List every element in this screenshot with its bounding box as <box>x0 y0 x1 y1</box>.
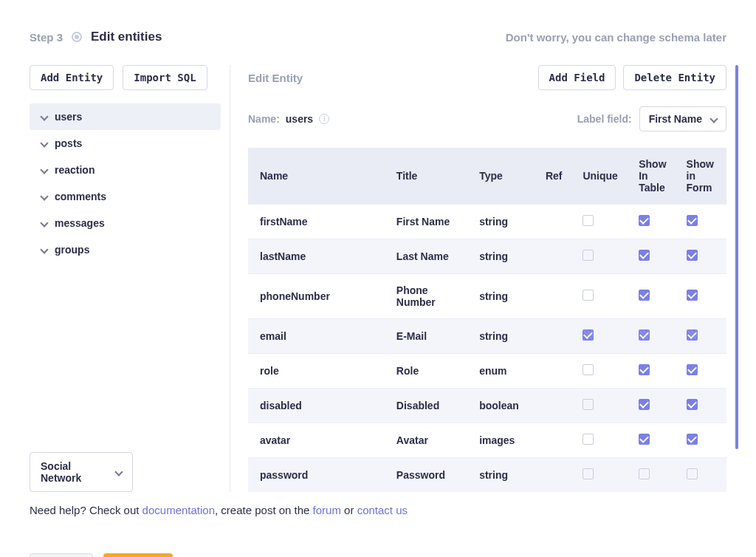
checkbox[interactable] <box>639 215 650 226</box>
label-field-value: First Name <box>649 113 702 125</box>
checkbox[interactable] <box>583 290 594 301</box>
template-select-label: Social Network <box>41 460 114 484</box>
entity-item-messages[interactable]: messages <box>30 210 221 236</box>
documentation-link[interactable]: documentation <box>142 504 215 516</box>
entity-item-reaction[interactable]: reaction <box>30 157 221 183</box>
checkbox[interactable] <box>687 468 698 479</box>
field-type: string <box>472 458 538 493</box>
field-type: boolean <box>472 389 538 423</box>
checkbox[interactable] <box>583 215 594 226</box>
checkbox[interactable] <box>583 434 594 445</box>
chevron-down-icon <box>114 468 122 476</box>
entity-name-value: users <box>286 113 313 125</box>
field-title: Role <box>389 354 472 389</box>
field-name: phoneNumber <box>248 274 389 319</box>
field-type: images <box>472 423 538 458</box>
checkbox[interactable] <box>687 329 698 341</box>
checkbox[interactable] <box>687 364 698 375</box>
checkbox[interactable] <box>583 364 594 375</box>
col-unique: Unique <box>575 148 631 205</box>
entity-item-label: reaction <box>55 164 94 176</box>
checkbox[interactable] <box>687 290 698 301</box>
entity-item-groups[interactable]: groups <box>30 236 221 263</box>
field-title: Disabled <box>389 389 472 423</box>
field-ref <box>538 205 576 239</box>
entity-item-label: messages <box>55 217 105 229</box>
entity-item-posts[interactable]: posts <box>30 130 221 157</box>
add-field-button[interactable]: Add Field <box>538 65 616 90</box>
label-field-label: Label field: <box>577 113 632 125</box>
back-button[interactable]: Back <box>30 553 93 557</box>
field-title: E-Mail <box>389 319 472 354</box>
field-type: string <box>472 319 538 354</box>
checkbox[interactable] <box>639 399 650 410</box>
field-name: email <box>248 319 389 354</box>
page-title: Edit entities <box>91 30 162 44</box>
chevron-down-icon <box>40 113 47 120</box>
checkbox[interactable] <box>583 399 594 410</box>
checkbox[interactable] <box>687 215 698 226</box>
chevron-down-icon <box>40 193 47 200</box>
col-name: Name <box>248 148 389 205</box>
table-row: lastNameLast Namestring <box>248 239 726 274</box>
field-title: Phone Number <box>389 274 472 319</box>
field-title: Password <box>389 458 472 493</box>
delete-entity-button[interactable]: Delete Entity <box>623 65 726 90</box>
chevron-down-icon <box>40 246 47 253</box>
field-ref <box>538 423 576 458</box>
checkbox[interactable] <box>583 468 594 479</box>
field-name: disabled <box>248 389 389 423</box>
entity-item-label: posts <box>55 137 82 149</box>
checkbox[interactable] <box>687 250 698 261</box>
forum-link[interactable]: forum <box>313 504 341 516</box>
field-title: First Name <box>389 205 472 239</box>
add-entity-button[interactable]: Add Entity <box>30 65 114 90</box>
chevron-down-icon <box>709 115 717 123</box>
table-row: phoneNumberPhone Numberstring <box>248 274 726 319</box>
template-select[interactable]: Social Network <box>30 452 133 492</box>
checkbox[interactable] <box>639 364 650 375</box>
checkbox[interactable] <box>583 329 594 341</box>
field-name: avatar <box>248 423 389 458</box>
chevron-down-icon <box>40 166 47 174</box>
field-name: password <box>248 458 389 493</box>
col-type: Type <box>472 148 538 205</box>
field-title: Last Name <box>389 239 472 274</box>
info-icon[interactable]: i <box>319 114 329 124</box>
fields-table: Name Title Type Ref Unique Show In Table… <box>248 148 726 492</box>
entity-item-label: comments <box>55 191 106 202</box>
table-row: emailE-Mailstring <box>248 319 726 354</box>
import-sql-button[interactable]: Import SQL <box>123 65 207 90</box>
chevron-down-icon <box>40 219 47 227</box>
checkbox[interactable] <box>687 434 698 445</box>
field-type: string <box>472 205 538 239</box>
step-progress-icon <box>72 32 82 42</box>
label-field-select[interactable]: First Name <box>639 106 726 131</box>
contact-link[interactable]: contact us <box>357 504 408 516</box>
entity-item-label: groups <box>55 244 89 256</box>
col-title: Title <box>389 148 472 205</box>
help-text: Need help? Check out documentation, crea… <box>30 504 726 516</box>
checkbox[interactable] <box>639 434 650 445</box>
checkbox[interactable] <box>639 290 650 301</box>
col-show-table: Show In Table <box>631 148 678 205</box>
edit-entity-title: Edit Entity <box>248 72 303 84</box>
entity-item-comments[interactable]: comments <box>30 183 221 210</box>
scrollbar[interactable] <box>735 65 738 449</box>
checkbox[interactable] <box>639 329 650 341</box>
checkbox[interactable] <box>639 468 650 479</box>
entity-item-users[interactable]: users <box>30 103 221 130</box>
field-ref <box>538 239 576 274</box>
checkbox[interactable] <box>687 399 698 410</box>
checkbox[interactable] <box>583 250 594 261</box>
field-type: string <box>472 239 538 274</box>
col-show-form: Show in Form <box>679 148 726 205</box>
col-ref: Ref <box>538 148 576 205</box>
next-button[interactable]: Next <box>103 553 173 557</box>
step-label: Step 3 <box>30 31 63 44</box>
field-ref <box>538 354 576 389</box>
header-hint: Don't worry, you can change schema later <box>506 31 726 44</box>
table-row: disabledDisabledboolean <box>248 389 726 423</box>
checkbox[interactable] <box>639 250 650 261</box>
chevron-down-icon <box>40 140 47 147</box>
